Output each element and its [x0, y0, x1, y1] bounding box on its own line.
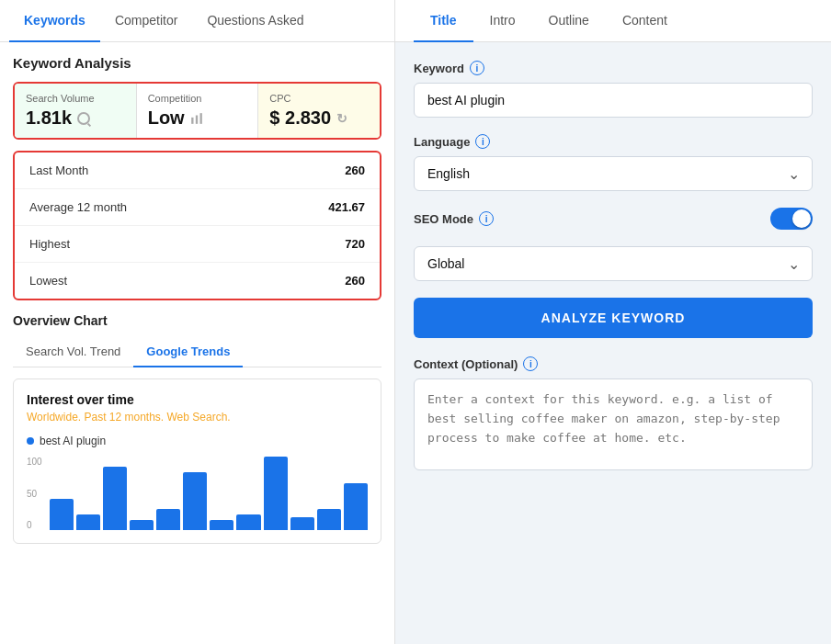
right-tab-intro[interactable]: Intro: [473, 0, 532, 42]
seo-scope-group: Global Local: [414, 246, 813, 281]
chart-bar: [236, 514, 260, 530]
metric-last-month-value: 260: [345, 164, 365, 177]
legend-dot: [27, 437, 34, 445]
language-select[interactable]: English Spanish French German: [414, 156, 813, 191]
metric-lowest: Lowest 260: [15, 263, 380, 299]
chart-bar: [103, 467, 127, 530]
y-label-0: 0: [27, 520, 42, 530]
seo-mode-toggle[interactable]: [770, 208, 813, 230]
chart-bar: [50, 499, 74, 530]
competition-value: Low: [148, 107, 247, 129]
refresh-icon[interactable]: ↻: [336, 112, 349, 125]
metric-last-month: Last Month 260: [15, 153, 380, 189]
overview-chart-title: Overview Chart: [13, 313, 381, 328]
sub-tab-search-vol[interactable]: Search Vol. Trend: [13, 337, 133, 367]
sub-tab-google-trends[interactable]: Google Trends: [133, 337, 243, 367]
language-label: Language i: [414, 134, 813, 149]
language-info-icon[interactable]: i: [475, 134, 490, 149]
seo-mode-group: SEO Mode i: [414, 208, 813, 230]
chart-bars: [50, 457, 368, 530]
context-textarea[interactable]: [414, 378, 813, 470]
right-tab-outline[interactable]: Outline: [532, 0, 606, 42]
chart-y-labels: 100 50 0: [27, 457, 46, 530]
trends-chart: 100 50 0: [27, 457, 368, 530]
tab-questions-asked[interactable]: Questions Asked: [192, 0, 318, 42]
metric-avg-12m-value: 421.67: [328, 200, 365, 214]
right-tabs-bar: Title Intro Outline Content: [395, 0, 831, 42]
search-volume-value: 1.81k: [26, 107, 125, 129]
trends-legend: best AI plugin: [27, 435, 368, 447]
left-tabs-bar: Keywords Competitor Questions Asked: [0, 0, 394, 42]
seo-mode-label: SEO Mode i: [414, 211, 494, 226]
stats-card: Search Volume 1.81k Competition Low CP: [13, 82, 381, 140]
seo-scope-select-wrapper: Global Local: [414, 246, 813, 281]
chart-bar: [344, 483, 368, 530]
chart-bar: [317, 509, 341, 530]
cpc-label: CPC: [269, 93, 369, 104]
competition-stat: Competition Low: [137, 84, 259, 138]
trends-title: Interest over time: [27, 392, 368, 407]
right-tab-content[interactable]: Content: [606, 0, 684, 42]
metric-highest-value: 720: [345, 237, 365, 251]
metric-avg-12m: Average 12 month 421.67: [15, 189, 380, 226]
search-volume-label: Search Volume: [26, 93, 125, 104]
keyword-label: Keyword i: [414, 61, 813, 75]
seo-mode-row: SEO Mode i: [414, 208, 813, 230]
right-panel: Title Intro Outline Content Keyword i La…: [395, 0, 831, 644]
y-label-50: 50: [27, 489, 42, 499]
metric-highest-label: Highest: [29, 237, 70, 251]
metric-avg-12m-label: Average 12 month: [29, 200, 127, 214]
seo-mode-info-icon[interactable]: i: [479, 211, 494, 226]
metric-last-month-label: Last Month: [29, 164, 88, 177]
right-tab-title[interactable]: Title: [414, 0, 473, 42]
keyword-input[interactable]: [414, 83, 813, 118]
context-label: Context (Optional) i: [414, 356, 813, 371]
language-group: Language i English Spanish French German: [414, 134, 813, 191]
left-content: Keyword Analysis Search Volume 1.81k Com…: [0, 42, 394, 644]
chart-bar: [210, 520, 233, 530]
metrics-card: Last Month 260 Average 12 month 421.67 H…: [13, 151, 381, 300]
cpc-value: $ 2.830 ↻: [269, 107, 369, 129]
competition-label: Competition: [148, 93, 247, 104]
metric-lowest-value: 260: [345, 274, 365, 288]
metric-highest: Highest 720: [15, 226, 380, 263]
metric-lowest-label: Lowest: [29, 274, 67, 288]
tab-competitor[interactable]: Competitor: [100, 0, 192, 42]
chart-bar: [76, 514, 100, 530]
sub-tabs-bar: Search Vol. Trend Google Trends: [13, 337, 381, 367]
chart-bar: [264, 457, 288, 530]
bar-chart-icon: [190, 112, 203, 125]
keyword-group: Keyword i: [414, 61, 813, 118]
chart-bar: [130, 520, 154, 530]
tab-keywords[interactable]: Keywords: [9, 0, 100, 42]
analyze-keyword-button[interactable]: ANALYZE KEYWORD: [414, 298, 813, 338]
cpc-stat: CPC $ 2.830 ↻: [258, 84, 380, 138]
legend-label: best AI plugin: [40, 435, 106, 447]
language-select-wrapper: English Spanish French German: [414, 156, 813, 191]
trends-subtitle: Worldwide. Past 12 months. Web Search.: [27, 411, 368, 424]
y-label-100: 100: [27, 457, 42, 467]
chart-bar: [183, 472, 207, 530]
keyword-analysis-title: Keyword Analysis: [13, 55, 381, 71]
search-volume-stat: Search Volume 1.81k: [15, 84, 137, 138]
trends-box: Interest over time Worldwide. Past 12 mo…: [13, 378, 381, 544]
context-group: Context (Optional) i: [414, 356, 813, 473]
seo-scope-select[interactable]: Global Local: [414, 246, 813, 281]
search-icon: [77, 112, 90, 125]
chart-bar: [156, 509, 180, 530]
chart-bar: [290, 517, 314, 530]
left-panel: Keywords Competitor Questions Asked Keyw…: [0, 0, 395, 644]
context-info-icon[interactable]: i: [523, 356, 538, 371]
keyword-info-icon[interactable]: i: [470, 61, 484, 75]
right-content: Keyword i Language i English Spanish Fre…: [395, 42, 831, 644]
